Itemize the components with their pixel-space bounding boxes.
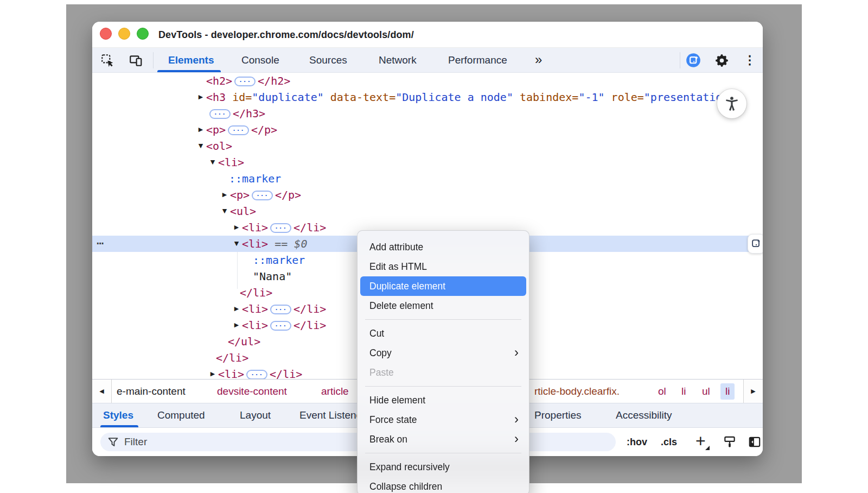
expand-arrow-icon[interactable] — [208, 366, 218, 379]
tree-row-li[interactable]: <li> — [92, 154, 763, 170]
tree-row-p[interactable]: <p></p> — [92, 187, 763, 203]
ai-assistance-icon[interactable] — [686, 53, 701, 68]
crumbs-scroll-right-icon[interactable]: ▶ — [743, 380, 763, 403]
crumb-article-body-clearfix[interactable]: rticle-body.clearfix. — [534, 383, 620, 400]
tree-row-marker[interactable]: ::marker — [92, 170, 763, 187]
collapse-arrow-icon[interactable] — [208, 154, 218, 170]
crumbs-scroll-left-icon[interactable]: ◀ — [92, 380, 112, 403]
expand-arrow-icon[interactable] — [196, 122, 206, 138]
crumb-main-content[interactable]: e-main-content — [117, 383, 186, 400]
inline-expand-icon[interactable] — [270, 223, 291, 233]
expand-arrow-icon[interactable] — [196, 89, 206, 105]
tab-computed[interactable]: Computed — [157, 403, 205, 427]
crumb-li[interactable]: li — [681, 383, 686, 400]
context-menu: Add attribute Edit as HTML Duplicate ele… — [357, 230, 529, 493]
minimize-window-button[interactable] — [118, 28, 130, 40]
tree-row-ol[interactable]: <ol> — [92, 138, 763, 154]
expand-arrow-icon[interactable] — [232, 301, 241, 317]
close-window-button[interactable] — [100, 28, 112, 40]
menu-divider — [365, 453, 521, 453]
menu-item-paste[interactable]: Paste — [360, 363, 526, 382]
menu-item-force-state[interactable]: Force state — [360, 410, 526, 429]
inline-expand-icon[interactable] — [252, 191, 273, 200]
menu-item-edit-as-html[interactable]: Edit as HTML — [360, 257, 526, 276]
menu-divider — [365, 319, 521, 320]
tab-sources[interactable]: Sources — [309, 48, 347, 72]
inspect-element-icon[interactable] — [100, 53, 115, 68]
tab-console[interactable]: Console — [241, 48, 279, 72]
tab-performance[interactable]: Performance — [448, 48, 507, 72]
tree-row-h3[interactable]: <h3 id="duplicate" data-text="Duplicate … — [92, 89, 763, 105]
page: DevTools - developer.chrome.com/docs/dev… — [0, 0, 868, 493]
accessibility-overlay-icon[interactable] — [717, 89, 746, 118]
tab-network[interactable]: Network — [379, 48, 417, 72]
menu-item-cut[interactable]: Cut — [360, 324, 526, 343]
menu-item-collapse-children[interactable]: Collapse children — [360, 477, 526, 493]
toolbar-divider — [153, 52, 154, 68]
tree-row-h3-close[interactable]: </h3> — [92, 105, 763, 122]
expand-arrow-icon[interactable] — [232, 317, 241, 333]
tab-accessibility[interactable]: Accessibility — [616, 403, 672, 427]
active-tab-underline — [100, 425, 138, 427]
new-style-rule-button[interactable]: + — [693, 428, 711, 456]
menu-item-delete-element[interactable]: Delete element — [360, 296, 526, 315]
tree-row-p[interactable]: <p></p> — [92, 122, 763, 138]
devtools-toolbar: Elements Console Sources Network Perform… — [92, 48, 763, 73]
filter-funnel-icon — [107, 437, 119, 450]
tab-elements[interactable]: Elements — [168, 48, 214, 72]
collapse-arrow-icon[interactable] — [232, 236, 241, 252]
menu-item-copy[interactable]: Copy — [360, 343, 526, 363]
toggle-element-classes[interactable]: .cls — [661, 428, 677, 456]
zoom-window-button[interactable] — [137, 28, 149, 40]
crumb-article[interactable]: article — [321, 383, 349, 400]
menu-divider — [365, 386, 521, 387]
inline-expand-icon[interactable] — [209, 109, 231, 119]
tab-layout[interactable]: Layout — [240, 403, 271, 427]
title-bar: DevTools - developer.chrome.com/docs/dev… — [92, 22, 763, 48]
collapse-arrow-icon[interactable] — [220, 203, 229, 219]
window-title: DevTools - developer.chrome.com/docs/dev… — [158, 22, 414, 48]
kebab-menu-icon[interactable]: ⋮ — [742, 53, 757, 68]
tab-styles[interactable]: Styles — [103, 403, 133, 427]
node-menu-dots-icon[interactable]: ⋯ — [97, 236, 104, 251]
rendering-emulation-icon[interactable] — [723, 435, 737, 451]
crumb-devsite-content[interactable]: devsite-content — [217, 383, 287, 400]
toggle-sidebar-panel-icon[interactable] — [748, 435, 762, 451]
tree-row-ul[interactable]: <ul> — [92, 203, 763, 219]
toolbar-divider-right — [680, 52, 680, 68]
active-tab-underline — [157, 70, 221, 72]
expand-arrow-icon[interactable] — [220, 187, 229, 203]
menu-item-expand-recursively[interactable]: Expand recursively — [360, 457, 526, 477]
crumb-ul[interactable]: ul — [702, 383, 710, 400]
inline-expand-icon[interactable] — [234, 77, 256, 86]
menu-item-break-on[interactable]: Break on — [360, 429, 526, 449]
more-tabs-icon[interactable]: » — [535, 48, 541, 72]
expand-arrow-icon[interactable] — [232, 219, 241, 236]
crumb-ol[interactable]: ol — [658, 383, 666, 400]
menu-item-add-attribute[interactable]: Add attribute — [360, 237, 526, 257]
menu-item-duplicate-element[interactable]: Duplicate element — [360, 276, 526, 296]
inline-expand-icon[interactable] — [270, 305, 291, 314]
inline-expand-icon[interactable] — [228, 125, 249, 135]
tree-row-clipped[interactable]: <h2></h2> — [92, 73, 763, 89]
device-toolbar-icon[interactable] — [128, 53, 143, 68]
dropdown-corner-icon — [705, 446, 710, 450]
inline-expand-icon[interactable] — [246, 370, 267, 379]
collapse-arrow-icon[interactable] — [196, 138, 206, 154]
ai-node-badge-button[interactable] — [748, 234, 763, 254]
toggle-element-state[interactable]: :hov — [627, 428, 647, 456]
menu-item-hide-element[interactable]: Hide element — [360, 390, 526, 410]
tab-properties[interactable]: Properties — [534, 403, 582, 427]
crumb-li-selected[interactable]: li — [720, 383, 735, 400]
inline-expand-icon[interactable] — [270, 321, 291, 331]
settings-gear-icon[interactable] — [714, 53, 729, 68]
